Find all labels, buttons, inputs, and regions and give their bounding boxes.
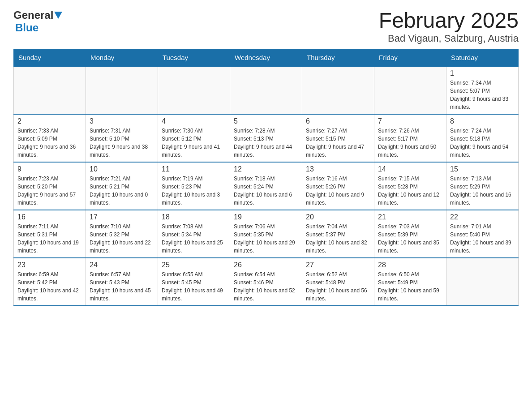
table-row: 8Sunrise: 7:24 AM Sunset: 5:18 PM Daylig…: [446, 114, 519, 162]
header-tuesday: Tuesday: [158, 49, 230, 66]
day-number: 4: [162, 117, 226, 125]
day-info: Sunrise: 7:18 AM Sunset: 5:24 PM Dayligh…: [234, 175, 298, 207]
table-row: 15Sunrise: 7:13 AM Sunset: 5:29 PM Dayli…: [446, 162, 519, 210]
header-saturday: Saturday: [446, 49, 519, 66]
table-row: 17Sunrise: 7:10 AM Sunset: 5:32 PM Dayli…: [86, 210, 158, 258]
day-info: Sunrise: 7:27 AM Sunset: 5:15 PM Dayligh…: [306, 127, 370, 159]
table-row: 10Sunrise: 7:21 AM Sunset: 5:21 PM Dayli…: [86, 162, 158, 210]
day-info: Sunrise: 7:11 AM Sunset: 5:31 PM Dayligh…: [17, 223, 82, 255]
day-info: Sunrise: 7:19 AM Sunset: 5:23 PM Dayligh…: [162, 175, 226, 207]
day-number: 2: [17, 117, 82, 125]
logo-general-text: General: [13, 9, 53, 21]
table-row: [374, 66, 446, 114]
day-info: Sunrise: 7:10 AM Sunset: 5:32 PM Dayligh…: [90, 223, 154, 255]
table-row: 24Sunrise: 6:57 AM Sunset: 5:43 PM Dayli…: [86, 258, 158, 306]
day-number: 25: [162, 261, 226, 269]
day-number: 14: [378, 165, 442, 173]
day-number: 10: [90, 165, 154, 173]
day-info: Sunrise: 7:04 AM Sunset: 5:37 PM Dayligh…: [306, 223, 370, 255]
day-info: Sunrise: 6:54 AM Sunset: 5:46 PM Dayligh…: [234, 270, 298, 303]
table-row: 13Sunrise: 7:16 AM Sunset: 5:26 PM Dayli…: [302, 162, 374, 210]
day-number: 6: [306, 117, 370, 125]
header-thursday: Thursday: [302, 49, 374, 66]
table-row: 7Sunrise: 7:26 AM Sunset: 5:17 PM Daylig…: [374, 114, 446, 162]
table-row: 3Sunrise: 7:31 AM Sunset: 5:10 PM Daylig…: [86, 114, 158, 162]
calendar-table: Sunday Monday Tuesday Wednesday Thursday…: [13, 49, 519, 306]
day-info: Sunrise: 7:34 AM Sunset: 5:07 PM Dayligh…: [450, 79, 515, 111]
day-info: Sunrise: 7:33 AM Sunset: 5:09 PM Dayligh…: [17, 127, 82, 159]
day-info: Sunrise: 6:55 AM Sunset: 5:45 PM Dayligh…: [162, 270, 226, 303]
day-number: 18: [162, 213, 226, 221]
day-info: Sunrise: 7:30 AM Sunset: 5:12 PM Dayligh…: [162, 127, 226, 159]
calendar-header-row: Sunday Monday Tuesday Wednesday Thursday…: [14, 49, 519, 66]
day-number: 13: [306, 165, 370, 173]
day-number: 16: [17, 213, 82, 221]
table-row: 18Sunrise: 7:08 AM Sunset: 5:34 PM Dayli…: [158, 210, 230, 258]
table-row: 9Sunrise: 7:23 AM Sunset: 5:20 PM Daylig…: [14, 162, 86, 210]
day-info: Sunrise: 7:01 AM Sunset: 5:40 PM Dayligh…: [450, 223, 515, 255]
table-row: 14Sunrise: 7:15 AM Sunset: 5:28 PM Dayli…: [374, 162, 446, 210]
day-info: Sunrise: 7:24 AM Sunset: 5:18 PM Dayligh…: [450, 127, 515, 159]
day-number: 12: [234, 165, 298, 173]
day-info: Sunrise: 6:52 AM Sunset: 5:48 PM Dayligh…: [306, 270, 370, 303]
day-number: 28: [378, 261, 442, 269]
day-number: 24: [90, 261, 154, 269]
svg-marker-0: [54, 12, 62, 19]
table-row: 11Sunrise: 7:19 AM Sunset: 5:23 PM Dayli…: [158, 162, 230, 210]
day-info: Sunrise: 6:59 AM Sunset: 5:42 PM Dayligh…: [17, 270, 82, 303]
day-info: Sunrise: 7:03 AM Sunset: 5:39 PM Dayligh…: [378, 223, 442, 255]
table-row: 26Sunrise: 6:54 AM Sunset: 5:46 PM Dayli…: [230, 258, 302, 306]
day-number: 26: [234, 261, 298, 269]
day-info: Sunrise: 7:21 AM Sunset: 5:21 PM Dayligh…: [90, 175, 154, 207]
title-section: February 2025 Bad Vigaun, Salzburg, Aust…: [379, 9, 519, 44]
day-number: 23: [17, 261, 82, 269]
day-number: 15: [450, 165, 515, 173]
calendar-week-row: 2Sunrise: 7:33 AM Sunset: 5:09 PM Daylig…: [14, 114, 519, 162]
calendar-week-row: 9Sunrise: 7:23 AM Sunset: 5:20 PM Daylig…: [14, 162, 519, 210]
calendar-subtitle: Bad Vigaun, Salzburg, Austria: [379, 33, 519, 44]
calendar-week-row: 1Sunrise: 7:34 AM Sunset: 5:07 PM Daylig…: [14, 66, 519, 114]
day-number: 21: [378, 213, 442, 221]
day-number: 5: [234, 117, 298, 125]
header-wednesday: Wednesday: [230, 49, 302, 66]
table-row: 5Sunrise: 7:28 AM Sunset: 5:13 PM Daylig…: [230, 114, 302, 162]
day-info: Sunrise: 7:28 AM Sunset: 5:13 PM Dayligh…: [234, 127, 298, 159]
calendar-week-row: 23Sunrise: 6:59 AM Sunset: 5:42 PM Dayli…: [14, 258, 519, 306]
table-row: 28Sunrise: 6:50 AM Sunset: 5:49 PM Dayli…: [374, 258, 446, 306]
header-friday: Friday: [374, 49, 446, 66]
day-number: 3: [90, 117, 154, 125]
day-info: Sunrise: 7:13 AM Sunset: 5:29 PM Dayligh…: [450, 175, 515, 207]
day-number: 7: [378, 117, 442, 125]
table-row: 25Sunrise: 6:55 AM Sunset: 5:45 PM Dayli…: [158, 258, 230, 306]
day-number: 8: [450, 117, 515, 125]
table-row: 4Sunrise: 7:30 AM Sunset: 5:12 PM Daylig…: [158, 114, 230, 162]
day-number: 27: [306, 261, 370, 269]
day-number: 11: [162, 165, 226, 173]
table-row: [158, 66, 230, 114]
table-row: 12Sunrise: 7:18 AM Sunset: 5:24 PM Dayli…: [230, 162, 302, 210]
header-monday: Monday: [86, 49, 158, 66]
table-row: 1Sunrise: 7:34 AM Sunset: 5:07 PM Daylig…: [446, 66, 519, 114]
table-row: [446, 258, 519, 306]
table-row: 20Sunrise: 7:04 AM Sunset: 5:37 PM Dayli…: [302, 210, 374, 258]
table-row: [14, 66, 86, 114]
table-row: 21Sunrise: 7:03 AM Sunset: 5:39 PM Dayli…: [374, 210, 446, 258]
day-info: Sunrise: 7:31 AM Sunset: 5:10 PM Dayligh…: [90, 127, 154, 159]
day-info: Sunrise: 7:26 AM Sunset: 5:17 PM Dayligh…: [378, 127, 442, 159]
table-row: 6Sunrise: 7:27 AM Sunset: 5:15 PM Daylig…: [302, 114, 374, 162]
table-row: 2Sunrise: 7:33 AM Sunset: 5:09 PM Daylig…: [14, 114, 86, 162]
day-info: Sunrise: 7:15 AM Sunset: 5:28 PM Dayligh…: [378, 175, 442, 207]
day-info: Sunrise: 6:57 AM Sunset: 5:43 PM Dayligh…: [90, 270, 154, 303]
table-row: 23Sunrise: 6:59 AM Sunset: 5:42 PM Dayli…: [14, 258, 86, 306]
day-info: Sunrise: 7:16 AM Sunset: 5:26 PM Dayligh…: [306, 175, 370, 207]
logo-triangle-icon: [54, 12, 62, 21]
day-number: 19: [234, 213, 298, 221]
logo: General Blue: [13, 9, 62, 34]
table-row: [302, 66, 374, 114]
day-number: 17: [90, 213, 154, 221]
day-number: 9: [17, 165, 82, 173]
day-info: Sunrise: 7:08 AM Sunset: 5:34 PM Dayligh…: [162, 223, 226, 255]
page-header: General Blue February 2025 Bad Vigaun, S…: [13, 9, 519, 44]
table-row: 19Sunrise: 7:06 AM Sunset: 5:35 PM Dayli…: [230, 210, 302, 258]
table-row: [230, 66, 302, 114]
